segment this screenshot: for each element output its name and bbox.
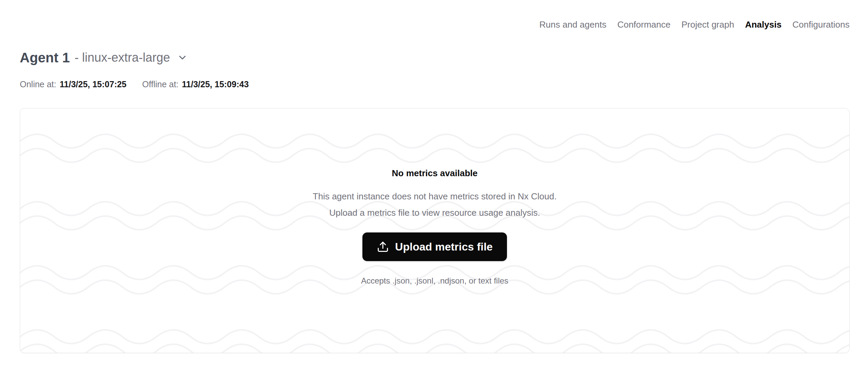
- empty-state: No metrics available This agent instance…: [20, 108, 849, 286]
- nav-item-analysis[interactable]: Analysis: [745, 19, 781, 30]
- accepted-file-types-note: Accepts .json, .jsonl, .ndjson, or text …: [361, 275, 508, 286]
- online-status: Online at: 11/3/25, 15:07:25: [20, 79, 126, 90]
- agent-title-row: Agent 1 - linux-extra-large: [20, 49, 850, 66]
- nav-item-project-graph[interactable]: Project graph: [682, 19, 734, 30]
- description-line-1: This agent instance does not have metric…: [313, 191, 556, 201]
- empty-state-description: This agent instance does not have metric…: [313, 188, 556, 221]
- agent-subtitle: - linux-extra-large: [75, 50, 170, 65]
- nav-item-conformance[interactable]: Conformance: [617, 19, 671, 30]
- upload-metrics-file-button[interactable]: Upload metrics file: [362, 232, 507, 261]
- page: Runs and agents Conformance Project grap…: [0, 19, 868, 353]
- offline-label: Offline at:: [142, 79, 179, 90]
- chevron-down-icon[interactable]: [177, 52, 188, 63]
- status-row: Online at: 11/3/25, 15:07:25 Offline at:…: [20, 79, 850, 90]
- top-nav: Runs and agents Conformance Project grap…: [20, 19, 850, 30]
- metrics-card: No metrics available This agent instance…: [20, 108, 850, 353]
- description-line-2: Upload a metrics file to view resource u…: [329, 208, 540, 218]
- upload-button-label: Upload metrics file: [395, 241, 493, 253]
- page-title: Agent 1: [20, 49, 70, 66]
- offline-status: Offline at: 11/3/25, 15:09:43: [142, 79, 249, 90]
- offline-value: 11/3/25, 15:09:43: [182, 79, 249, 90]
- upload-icon: [377, 241, 389, 253]
- nav-item-runs-and-agents[interactable]: Runs and agents: [539, 19, 607, 30]
- nav-item-configurations[interactable]: Configurations: [792, 19, 850, 30]
- online-value: 11/3/25, 15:07:25: [60, 79, 126, 90]
- online-label: Online at:: [20, 79, 56, 90]
- empty-state-heading: No metrics available: [392, 167, 477, 179]
